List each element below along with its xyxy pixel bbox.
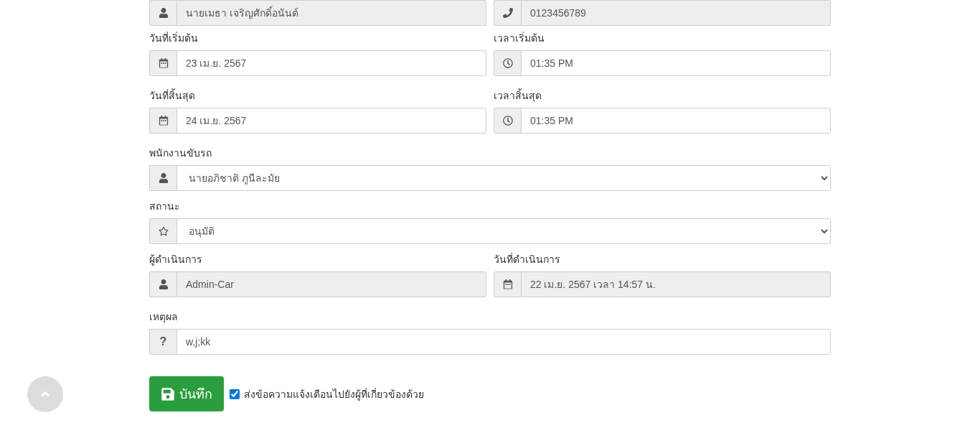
person-icon: [149, 165, 176, 191]
operator-label: ผู้ดำเนินการ: [149, 251, 486, 267]
actions-row: บันทึก ส่งข้อความแจ้งเตือนไปยังผู้ที่เกี…: [149, 376, 831, 426]
end-time-label: เวลาสิ้นสุด: [494, 88, 831, 103]
start-date-label: วันที่เริ่มต้น: [149, 30, 486, 46]
driver-block: พนักงานขับรถ นายอภิชาติ ภูนีละมัย: [149, 145, 831, 191]
start-time-label: เวลาเริ่มต้น: [494, 30, 831, 46]
operation-date-label: วันที่ดำเนินการ: [494, 251, 831, 267]
reason-label: เหตุผล: [149, 309, 831, 325]
end-date-input[interactable]: [176, 108, 486, 134]
star-icon: [149, 218, 176, 244]
operation-date-field: [521, 271, 831, 297]
notify-checkbox-wrap[interactable]: ส่งข้อความแจ้งเตือนไปยังผู้ที่เกี่ยวข้อง…: [230, 386, 424, 402]
phone-icon: [494, 0, 521, 26]
calendar-icon: [149, 50, 176, 76]
save-button-label: บันทึก: [179, 383, 212, 404]
reason-input[interactable]: [176, 329, 831, 355]
requester-name-group: [149, 0, 486, 26]
chevron-up-icon: [38, 387, 52, 401]
calendar-icon: [494, 271, 521, 297]
requester-phone-group: [494, 0, 831, 26]
scroll-to-top-button[interactable]: [27, 376, 63, 412]
person-icon: [149, 271, 176, 297]
save-icon: [161, 387, 175, 401]
notify-checkbox[interactable]: [230, 389, 240, 399]
end-row: วันที่สิ้นสุด เวลาสิ้นสุด: [149, 88, 831, 141]
reason-block: เหตุผล ?: [149, 309, 831, 355]
clock-icon: [494, 50, 521, 76]
end-date-label: วันที่สิ้นสุด: [149, 88, 486, 103]
status-block: สถานะ อนุมัติ: [149, 198, 831, 244]
start-time-input[interactable]: [521, 50, 831, 76]
status-label: สถานะ: [149, 198, 831, 214]
requester-phone-field: [521, 0, 831, 26]
notify-label: ส่งข้อความแจ้งเตือนไปยังผู้ที่เกี่ยวข้อง…: [244, 386, 424, 402]
status-select[interactable]: อนุมัติ: [176, 218, 831, 244]
start-date-input[interactable]: [176, 50, 486, 76]
operator-field: [176, 271, 486, 297]
save-button[interactable]: บันทึก: [149, 376, 224, 411]
operator-row: ผู้ดำเนินการ วันที่ดำเนินการ: [149, 251, 831, 304]
requester-name-field: [176, 0, 486, 26]
clock-icon: [494, 108, 521, 134]
calendar-icon: [149, 108, 176, 134]
requester-row: [149, 0, 831, 26]
person-icon: [149, 0, 176, 26]
end-time-input[interactable]: [521, 108, 831, 134]
driver-label: พนักงานขับรถ: [149, 145, 831, 161]
start-row: วันที่เริ่มต้น เวลาเริ่มต้น: [149, 30, 831, 83]
driver-select[interactable]: นายอภิชาติ ภูนีละมัย: [176, 165, 831, 191]
question-icon: ?: [149, 329, 176, 355]
form-container: วันที่เริ่มต้น เวลาเริ่มต้น วันที่สิ้นสุ…: [142, 0, 838, 426]
